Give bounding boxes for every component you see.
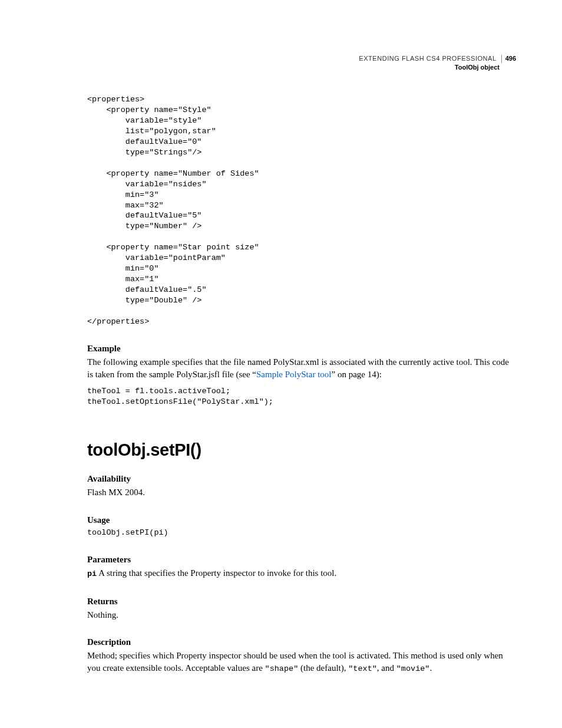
availability-text: Flash MX 2004. bbox=[87, 486, 516, 499]
description-heading: Description bbox=[87, 637, 516, 647]
desc-mid2: , and bbox=[377, 663, 396, 673]
availability-heading: Availability bbox=[87, 474, 516, 484]
desc-value-movie: "movie" bbox=[396, 664, 430, 673]
desc-value-text: "text" bbox=[348, 664, 377, 673]
desc-value-shape: "shape" bbox=[265, 664, 299, 673]
method-heading: toolObj.setPI() bbox=[87, 440, 516, 460]
header-line-1: EXTENDING FLASH CS4 PROFESSIONAL496 bbox=[359, 52, 516, 64]
example-heading: Example bbox=[87, 344, 516, 354]
example-text-post: ” on page 14): bbox=[332, 370, 382, 379]
usage-code: toolObj.setPI(pi) bbox=[87, 528, 516, 538]
parameters-text: pi A string that specifies the Property … bbox=[87, 567, 516, 580]
description-text: Method; specifies which Property inspect… bbox=[87, 650, 516, 674]
param-description: A string that specifies the Property ins… bbox=[97, 568, 336, 578]
returns-heading: Returns bbox=[87, 597, 516, 607]
desc-mid1: (the default), bbox=[298, 663, 348, 673]
page-content: <properties> <property name="Style" vari… bbox=[87, 94, 516, 675]
returns-text: Nothing. bbox=[87, 609, 516, 621]
book-title: EXTENDING FLASH CS4 PROFESSIONAL bbox=[359, 55, 501, 63]
desc-post: . bbox=[429, 663, 432, 673]
page: EXTENDING FLASH CS4 PROFESSIONAL496 Tool… bbox=[0, 0, 562, 728]
section-title: ToolObj object bbox=[359, 64, 516, 72]
parameters-heading: Parameters bbox=[87, 555, 516, 565]
page-number: 496 bbox=[502, 55, 516, 62]
example-code-block: theTool = fl.tools.activeTool; theTool.s… bbox=[87, 386, 516, 407]
running-header: EXTENDING FLASH CS4 PROFESSIONAL496 Tool… bbox=[359, 52, 516, 72]
usage-heading: Usage bbox=[87, 515, 516, 525]
param-name: pi bbox=[87, 569, 97, 578]
xml-code-block: <properties> <property name="Style" vari… bbox=[87, 94, 516, 327]
example-paragraph: The following example specifies that the… bbox=[87, 356, 516, 380]
sample-polystar-link[interactable]: Sample PolyStar tool bbox=[256, 370, 332, 379]
